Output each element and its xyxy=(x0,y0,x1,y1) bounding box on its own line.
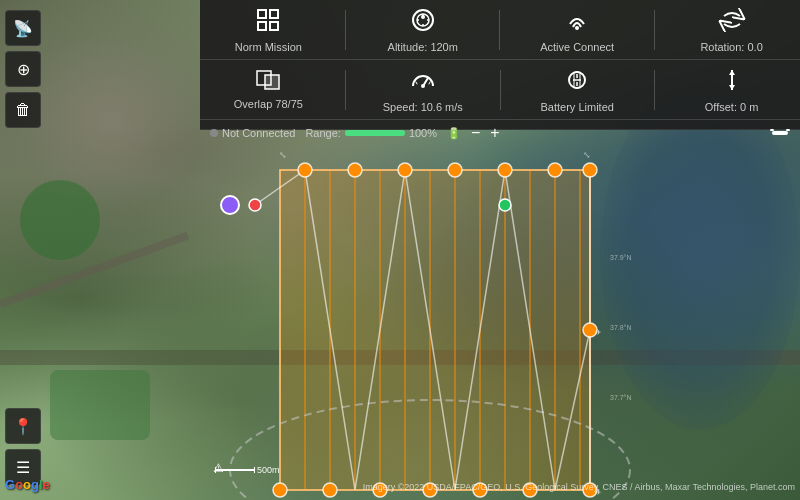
altitude-label: Altitude: 120m xyxy=(388,41,458,53)
mission-label: Norm Mission xyxy=(235,41,302,53)
svg-rect-27 xyxy=(770,129,774,131)
svg-rect-26 xyxy=(772,131,788,135)
google-logo: Google xyxy=(5,477,50,492)
scale-indicator: 500m xyxy=(215,465,280,475)
toolbar-row2: Overlap 78/75 Speed: 10.6 m/s xyxy=(200,60,800,120)
speed-label: Speed: 10.6 m/s xyxy=(383,101,463,113)
range-bar xyxy=(345,130,405,136)
svg-marker-25 xyxy=(729,85,735,90)
map-attribution: Imagery ©2022 USDA/FPAC/GEO, U.S. Geolog… xyxy=(363,482,795,492)
divider-5 xyxy=(500,70,501,110)
svg-line-16 xyxy=(416,82,417,84)
svg-point-10 xyxy=(421,15,425,19)
range-fill xyxy=(345,130,405,136)
rotation-button[interactable]: Rotation: 0.0 xyxy=(692,6,772,53)
divider-3 xyxy=(654,10,655,50)
toolbar-status-bar: Not Connected Range: 100% 🔋 − + xyxy=(200,120,800,146)
drone-icon xyxy=(770,125,790,141)
svg-line-17 xyxy=(429,82,430,84)
signal-button[interactable]: 📡 xyxy=(5,10,41,46)
divider-4 xyxy=(345,70,346,110)
battery-label: Battery Limited xyxy=(541,101,614,113)
offset-button[interactable]: Offset: 0 m xyxy=(692,66,772,113)
rotation-icon xyxy=(718,6,746,38)
svg-rect-0 xyxy=(258,10,266,18)
warning-icon: ⚠ xyxy=(213,461,224,475)
mission-icon xyxy=(254,6,282,38)
battery-button[interactable]: Battery Limited xyxy=(537,66,617,113)
offset-label: Offset: 0 m xyxy=(705,101,759,113)
svg-rect-28 xyxy=(786,129,790,131)
speed-button[interactable]: Speed: 10.6 m/s xyxy=(383,66,463,113)
svg-rect-3 xyxy=(270,22,278,30)
connect-button[interactable]: Active Connect xyxy=(537,6,617,53)
divider-2 xyxy=(499,10,500,50)
battery-icon xyxy=(563,66,591,98)
drone-icon-status xyxy=(770,125,790,141)
location-button[interactable]: 📍 xyxy=(5,408,41,444)
delete-button[interactable]: 🗑 xyxy=(5,92,41,128)
status-dot xyxy=(210,129,218,137)
speed-icon xyxy=(409,66,437,98)
svg-rect-2 xyxy=(258,22,266,30)
divider-1 xyxy=(345,10,346,50)
altitude-button[interactable]: Altitude: 120m xyxy=(383,6,463,53)
battery-status: 🔋 xyxy=(447,127,461,140)
overlap-icon xyxy=(255,69,281,95)
connect-icon xyxy=(563,6,591,38)
toolbar: Norm Mission Altitude: 120m xyxy=(200,0,800,130)
overlap-label: Overlap 78/75 xyxy=(234,98,303,110)
overlap-button[interactable]: Overlap 78/75 xyxy=(228,69,308,110)
svg-rect-1 xyxy=(270,10,278,18)
svg-marker-24 xyxy=(729,70,735,75)
mission-button[interactable]: Norm Mission xyxy=(228,6,308,53)
offset-icon xyxy=(718,66,746,98)
map-container[interactable]: 📡 ⊕ 🗑 📍 ☰ Norm Mission xyxy=(0,0,800,500)
connection-status: Not Connected xyxy=(210,127,295,139)
altitude-icon xyxy=(409,6,437,38)
plus-button[interactable]: + xyxy=(490,124,499,142)
svg-point-15 xyxy=(421,84,425,88)
svg-rect-13 xyxy=(265,75,279,89)
divider-6 xyxy=(654,70,655,110)
svg-point-11 xyxy=(575,26,579,30)
connect-label: Active Connect xyxy=(540,41,614,53)
toolbar-row1: Norm Mission Altitude: 120m xyxy=(200,0,800,60)
range-indicator: Range: 100% xyxy=(305,127,437,139)
add-button[interactable]: ⊕ xyxy=(5,51,41,87)
svg-point-4 xyxy=(413,10,433,30)
rotation-label: Rotation: 0.0 xyxy=(700,41,762,53)
minus-button[interactable]: − xyxy=(471,124,480,142)
